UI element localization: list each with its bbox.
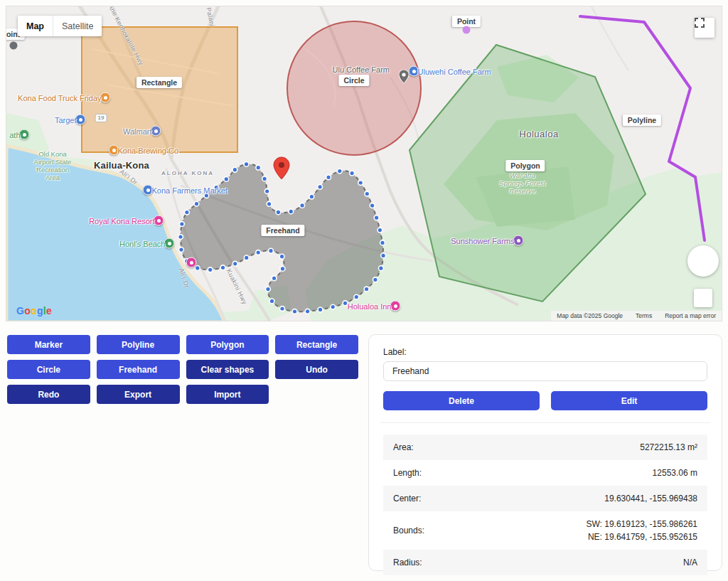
shape-stats-table: Area:5272215.13 m²Length:12553.06 mCente… bbox=[383, 435, 707, 575]
freehand-vertex-handle[interactable] bbox=[378, 228, 382, 233]
freehand-vertex-handle[interactable] bbox=[232, 167, 237, 172]
freehand-vertex-handle[interactable] bbox=[194, 201, 199, 206]
freehand-vertex-handle[interactable] bbox=[178, 235, 183, 240]
map-type-satellite-button[interactable]: Satellite bbox=[53, 16, 102, 36]
toolbar-button-freehand[interactable]: Freehand bbox=[97, 360, 180, 379]
toolbar-button-clear-shapes[interactable]: Clear shapes bbox=[186, 360, 269, 379]
poi-kona-brewing-co[interactable]: Kona Brewing Co bbox=[109, 145, 119, 156]
red-marker-pin[interactable] bbox=[274, 157, 289, 179]
freehand-vertex-handle[interactable] bbox=[318, 184, 323, 189]
freehand-vertex-handle[interactable] bbox=[370, 203, 375, 208]
poi-sunshower-farms[interactable]: Sunshower Farms bbox=[513, 235, 524, 246]
freehand-vertex-handle[interactable] bbox=[179, 247, 184, 252]
poi-honl-s-beach[interactable]: Honl's Beach bbox=[164, 238, 175, 249]
point-marker-dot[interactable] bbox=[10, 42, 18, 50]
poi-kona-farmers-market[interactable]: Kona Farmers Market bbox=[143, 185, 154, 196]
pan-control[interactable] bbox=[687, 245, 719, 277]
freehand-vertex-handle[interactable] bbox=[331, 304, 336, 309]
freehand-vertex-handle[interactable] bbox=[350, 171, 355, 176]
edit-button[interactable]: Edit bbox=[551, 391, 707, 410]
shape-name-tag: Rectangle bbox=[136, 77, 182, 88]
freehand-vertex-handle[interactable] bbox=[280, 267, 285, 272]
freehand-vertex-handle[interactable] bbox=[379, 266, 384, 271]
freehand-vertex-handle[interactable] bbox=[364, 287, 369, 292]
label-input[interactable] bbox=[383, 361, 707, 381]
freehand-vertex-handle[interactable] bbox=[358, 181, 363, 186]
freehand-vertex-handle[interactable] bbox=[256, 250, 261, 255]
freehand-vertex-handle[interactable] bbox=[180, 222, 185, 227]
poi-kona-food-truck-friday[interactable]: Kona Food Truck Friday bbox=[100, 92, 111, 103]
freehand-vertex-handle[interactable] bbox=[276, 210, 281, 215]
google-logo: Google bbox=[16, 305, 52, 316]
map-type-map-button[interactable]: Map bbox=[18, 16, 53, 36]
poi-walmart[interactable]: Walmart bbox=[151, 126, 161, 137]
terms-link[interactable]: Terms bbox=[636, 312, 652, 319]
freehand-vertex-handle[interactable] bbox=[272, 276, 277, 281]
poi-ath[interactable]: ath bbox=[19, 129, 30, 140]
poi-target[interactable]: Target bbox=[75, 114, 86, 125]
freehand-vertex-handle[interactable] bbox=[220, 265, 225, 270]
polygon-shape[interactable] bbox=[410, 45, 646, 302]
freehand-vertex-handle[interactable] bbox=[300, 203, 305, 208]
freehand-vertex-handle[interactable] bbox=[256, 165, 261, 170]
fullscreen-button[interactable] bbox=[695, 18, 714, 38]
toolbar-button-export[interactable]: Export bbox=[97, 385, 180, 404]
freehand-vertex-handle[interactable] bbox=[208, 267, 213, 272]
toolbar-button-rectangle[interactable]: Rectangle bbox=[275, 335, 358, 354]
freehand-vertex-handle[interactable] bbox=[266, 287, 271, 292]
poi-royal-kona-resort[interactable]: Royal Kona Resort bbox=[154, 215, 164, 226]
poi-holualoa-inn[interactable]: Holualoa Inn bbox=[390, 301, 401, 311]
freehand-vertex-handle[interactable] bbox=[262, 176, 267, 181]
freehand-vertex-handle[interactable] bbox=[280, 307, 285, 311]
place-label: Uluwehi Coffee Farm bbox=[418, 67, 491, 75]
poi-unlabeled[interactable] bbox=[186, 257, 197, 268]
freehand-vertex-handle[interactable] bbox=[380, 240, 385, 245]
point-marker-dot[interactable] bbox=[463, 26, 471, 34]
freehand-vertex-handle[interactable] bbox=[244, 255, 249, 260]
place-label: Target bbox=[55, 115, 77, 124]
freehand-vertex-handle[interactable] bbox=[292, 309, 297, 314]
freehand-vertex-handle[interactable] bbox=[232, 261, 237, 266]
freehand-vertex-handle[interactable] bbox=[326, 175, 331, 180]
freehand-vertex-handle[interactable] bbox=[185, 210, 190, 215]
freehand-vertex-handle[interactable] bbox=[318, 307, 323, 312]
report-map-error-link[interactable]: Report a map error bbox=[665, 312, 716, 319]
stat-row-bounds: Bounds:SW: 19.619123, -155.986261 NE: 19… bbox=[383, 511, 707, 550]
freehand-vertex-handle[interactable] bbox=[279, 254, 284, 259]
panel-divider bbox=[380, 422, 710, 423]
place-pin-icon bbox=[399, 70, 409, 83]
shape-info-panel: Label: Delete Edit Area:5272215.13 m²Len… bbox=[368, 334, 722, 571]
freehand-vertex-handle[interactable] bbox=[381, 253, 386, 258]
freehand-vertex-handle[interactable] bbox=[244, 162, 249, 167]
freehand-vertex-handle[interactable] bbox=[365, 191, 370, 196]
toolbar-button-redo[interactable]: Redo bbox=[7, 385, 90, 404]
shape-name-tag: Circle bbox=[338, 75, 369, 86]
freehand-vertex-handle[interactable] bbox=[269, 299, 274, 304]
toolbar-button-polygon[interactable]: Polygon bbox=[186, 335, 269, 354]
stat-label: Area: bbox=[393, 442, 414, 452]
freehand-vertex-handle[interactable] bbox=[264, 189, 269, 194]
delete-button[interactable]: Delete bbox=[383, 391, 540, 410]
toolbar-button-marker[interactable]: Marker bbox=[7, 335, 90, 354]
circle-shape[interactable] bbox=[287, 21, 421, 155]
freehand-vertex-handle[interactable] bbox=[309, 194, 314, 199]
freehand-vertex-handle[interactable] bbox=[337, 169, 342, 174]
freehand-vertex-handle[interactable] bbox=[374, 215, 379, 220]
drawing-toolbar: MarkerPolylinePolygonRectangleCircleFree… bbox=[7, 335, 358, 404]
freehand-vertex-handle[interactable] bbox=[305, 309, 310, 314]
map-canvas[interactable]: Kona Food Truck FridayTargetWalmartKona … bbox=[6, 6, 722, 321]
freehand-vertex-handle[interactable] bbox=[354, 294, 359, 299]
map-blank-control[interactable] bbox=[694, 289, 712, 307]
toolbar-button-import[interactable]: Import bbox=[186, 385, 269, 404]
poi-uluwehi-coffee-farm[interactable]: Uluwehi Coffee Farm bbox=[409, 66, 419, 77]
freehand-vertex-handle[interactable] bbox=[373, 277, 378, 282]
place-label: Holualoa Inn bbox=[348, 302, 392, 310]
toolbar-button-undo[interactable]: Undo bbox=[275, 360, 358, 379]
freehand-vertex-handle[interactable] bbox=[267, 201, 272, 206]
toolbar-button-circle[interactable]: Circle bbox=[7, 360, 90, 379]
freehand-vertex-handle[interactable] bbox=[269, 248, 274, 253]
freehand-vertex-handle[interactable] bbox=[289, 209, 294, 214]
label-caption: Label: bbox=[383, 347, 707, 357]
toolbar-button-polyline[interactable]: Polyline bbox=[97, 335, 180, 354]
freehand-vertex-handle[interactable] bbox=[224, 177, 229, 182]
